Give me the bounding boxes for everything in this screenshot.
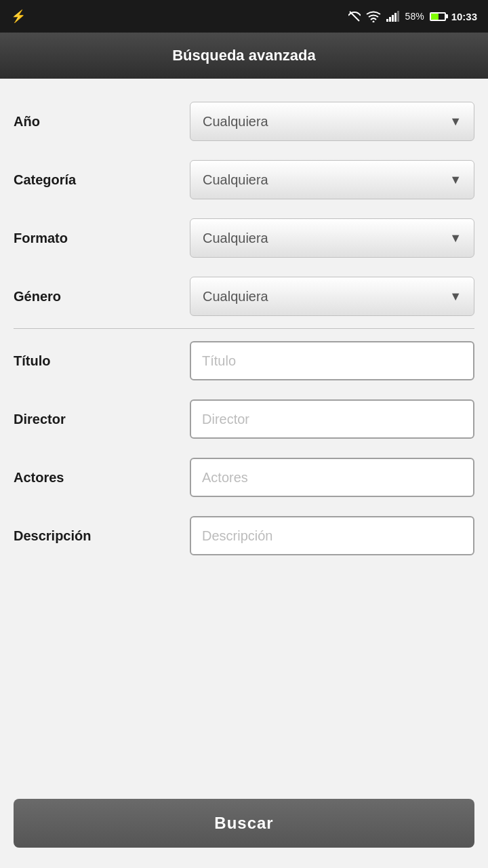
app-title: Búsqueda avanzada	[172, 47, 316, 64]
director-label: Director	[14, 412, 190, 427]
title-control	[190, 341, 474, 380]
status-right: 58% 10:33	[348, 10, 477, 22]
bottom-bar: Buscar	[0, 785, 488, 868]
search-button[interactable]: Buscar	[14, 799, 474, 848]
status-bar: ⚡ 58% 10:33	[0, 0, 488, 33]
svg-rect-4	[392, 15, 394, 22]
svg-rect-3	[389, 17, 391, 22]
category-dropdown-value: Cualquiera	[203, 172, 268, 188]
battery-percentage: 58%	[405, 11, 424, 22]
year-row: Año Cualquiera ▼	[14, 92, 474, 151]
genre-label: Género	[14, 289, 190, 304]
format-dropdown-arrow: ▼	[449, 231, 462, 245]
status-time: 10:33	[451, 11, 477, 22]
year-control: Cualquiera ▼	[190, 102, 474, 141]
description-label: Descripción	[14, 528, 190, 544]
title-label: Título	[14, 353, 190, 369]
title-row: Título	[14, 332, 474, 390]
genre-dropdown[interactable]: Cualquiera ▼	[190, 277, 474, 316]
director-input[interactable]	[190, 399, 474, 439]
wifi-icon	[366, 10, 381, 22]
category-dropdown[interactable]: Cualquiera ▼	[190, 160, 474, 199]
format-label: Formato	[14, 231, 190, 246]
description-input[interactable]	[190, 516, 474, 555]
genre-row: Género Cualquiera ▼	[14, 267, 474, 326]
main-content: Año Cualquiera ▼ Categoría Cualquiera ▼ …	[0, 79, 488, 785]
actors-input[interactable]	[190, 458, 474, 497]
director-control	[190, 399, 474, 439]
year-label: Año	[14, 114, 190, 130]
year-dropdown[interactable]: Cualquiera ▼	[190, 102, 474, 141]
app-header: Búsqueda avanzada	[0, 33, 488, 79]
description-control	[190, 516, 474, 555]
signal-icon	[386, 11, 400, 22]
category-control: Cualquiera ▼	[190, 160, 474, 199]
svg-rect-2	[386, 19, 388, 22]
status-left: ⚡	[11, 9, 26, 24]
description-row: Descripción	[14, 507, 474, 565]
svg-point-1	[372, 21, 374, 23]
format-control: Cualquiera ▼	[190, 218, 474, 258]
director-row: Director	[14, 390, 474, 448]
year-dropdown-value: Cualquiera	[203, 114, 268, 130]
svg-rect-5	[394, 13, 396, 22]
genre-dropdown-arrow: ▼	[449, 290, 462, 304]
format-dropdown[interactable]: Cualquiera ▼	[190, 218, 474, 258]
genre-control: Cualquiera ▼	[190, 277, 474, 316]
actors-row: Actores	[14, 448, 474, 507]
year-dropdown-arrow: ▼	[449, 115, 462, 129]
actors-label: Actores	[14, 470, 190, 486]
genre-dropdown-value: Cualquiera	[203, 289, 268, 304]
section-divider	[14, 328, 474, 329]
title-input[interactable]	[190, 341, 474, 380]
usb-icon: ⚡	[11, 9, 26, 24]
category-row: Categoría Cualquiera ▼	[14, 151, 474, 209]
svg-rect-6	[397, 11, 399, 22]
category-label: Categoría	[14, 172, 190, 188]
actors-control	[190, 458, 474, 497]
battery-icon	[430, 12, 446, 21]
format-dropdown-value: Cualquiera	[203, 231, 268, 246]
category-dropdown-arrow: ▼	[449, 173, 462, 187]
no-signal-icon	[348, 10, 361, 22]
format-row: Formato Cualquiera ▼	[14, 209, 474, 267]
